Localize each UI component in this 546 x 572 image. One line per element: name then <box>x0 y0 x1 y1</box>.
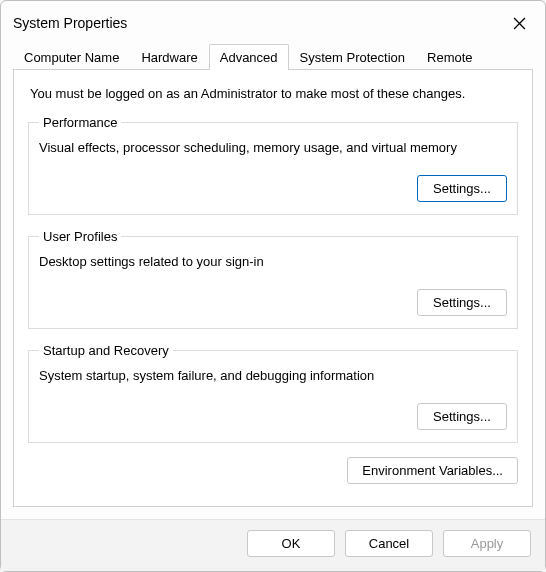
apply-button[interactable]: Apply <box>443 530 531 557</box>
tab-hardware[interactable]: Hardware <box>130 44 208 70</box>
startup-recovery-settings-button[interactable]: Settings... <box>417 403 507 430</box>
performance-legend: Performance <box>39 115 121 130</box>
startup-recovery-group: Startup and Recovery System startup, sys… <box>28 343 518 443</box>
dialog-button-row: OK Cancel Apply <box>1 519 545 571</box>
tab-computer-name[interactable]: Computer Name <box>13 44 130 70</box>
tab-advanced[interactable]: Advanced <box>209 44 289 70</box>
environment-variables-button[interactable]: Environment Variables... <box>347 457 518 484</box>
admin-info-text: You must be logged on as an Administrato… <box>30 86 516 101</box>
startup-recovery-desc: System startup, system failure, and debu… <box>39 368 507 383</box>
window-title: System Properties <box>13 15 127 31</box>
close-icon <box>513 17 526 30</box>
ok-button[interactable]: OK <box>247 530 335 557</box>
performance-group: Performance Visual effects, processor sc… <box>28 115 518 215</box>
user-profiles-settings-button[interactable]: Settings... <box>417 289 507 316</box>
tab-remote[interactable]: Remote <box>416 44 484 70</box>
titlebar: System Properties <box>1 1 545 43</box>
performance-desc: Visual effects, processor scheduling, me… <box>39 140 507 155</box>
user-profiles-group: User Profiles Desktop settings related t… <box>28 229 518 329</box>
startup-recovery-legend: Startup and Recovery <box>39 343 173 358</box>
performance-settings-button[interactable]: Settings... <box>417 175 507 202</box>
system-properties-window: System Properties Computer Name Hardware… <box>0 0 546 572</box>
tab-system-protection[interactable]: System Protection <box>289 44 417 70</box>
user-profiles-desc: Desktop settings related to your sign-in <box>39 254 507 269</box>
close-button[interactable] <box>505 9 533 37</box>
tab-strip: Computer Name Hardware Advanced System P… <box>1 43 545 69</box>
advanced-panel: You must be logged on as an Administrato… <box>13 69 533 507</box>
cancel-button[interactable]: Cancel <box>345 530 433 557</box>
user-profiles-legend: User Profiles <box>39 229 121 244</box>
